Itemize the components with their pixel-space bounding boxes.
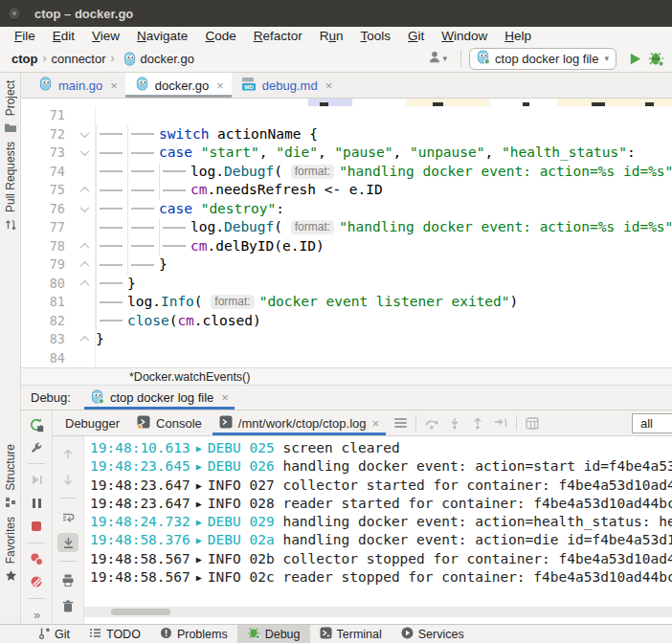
log-arrow-icon: ▶ bbox=[190, 480, 208, 491]
fold-down-icon[interactable] bbox=[80, 128, 90, 138]
fold-up-icon[interactable] bbox=[80, 280, 90, 290]
menu-item-refactor[interactable]: Refactor bbox=[245, 29, 311, 43]
menu-item-file[interactable]: File bbox=[6, 29, 44, 43]
code-line-76[interactable]: 76case "destroy": bbox=[21, 200, 672, 219]
code-line-83[interactable]: 83} bbox=[21, 330, 672, 349]
layout-icon[interactable] bbox=[522, 413, 543, 432]
gopher-run-icon bbox=[90, 389, 104, 407]
run-button[interactable] bbox=[624, 48, 645, 69]
editor-tab-label: main.go bbox=[58, 78, 102, 93]
status-item-git[interactable]: Git bbox=[29, 625, 79, 643]
tab-whitespace bbox=[96, 255, 127, 275]
menu-item-window[interactable]: Window bbox=[433, 29, 496, 43]
editor-tab-docker.go[interactable]: docker.go× bbox=[125, 73, 232, 98]
editor-tab-debug.md[interactable]: MDdebug.md× bbox=[232, 73, 340, 98]
status-item-terminal[interactable]: Terminal bbox=[310, 625, 392, 643]
step-out-icon[interactable] bbox=[467, 413, 488, 432]
code-line-73[interactable]: 73case "start", "die", "pause", "unpause… bbox=[21, 144, 672, 163]
close-icon[interactable]: × bbox=[216, 78, 224, 93]
code-line-84[interactable]: 84 bbox=[21, 349, 672, 368]
breadcrumb-package[interactable]: connector bbox=[51, 52, 105, 66]
code-line-71[interactable]: 71 bbox=[21, 106, 672, 125]
scrollbar-thumb[interactable] bbox=[111, 609, 170, 615]
code-line-78[interactable]: 78cm.delByID(e.ID) bbox=[21, 237, 672, 256]
mute-breakpoints-icon bbox=[26, 573, 47, 591]
code-token: case bbox=[159, 144, 192, 160]
code-text: case "start", "die", "pause", "unpause",… bbox=[96, 144, 672, 163]
status-item-services[interactable]: Services bbox=[392, 625, 474, 643]
breadcrumb-project[interactable]: ctop bbox=[11, 52, 37, 66]
tool-stripe-structure[interactable]: Structure bbox=[4, 444, 17, 491]
close-icon[interactable]: × bbox=[221, 390, 229, 405]
horizontal-scrollbar[interactable] bbox=[84, 607, 672, 617]
code-line-72[interactable]: 72switch actionName { bbox=[21, 125, 672, 144]
menu-icon[interactable] bbox=[390, 413, 411, 432]
fold-up-icon[interactable] bbox=[80, 187, 90, 196]
fold-column bbox=[75, 181, 96, 200]
step-into-icon[interactable] bbox=[444, 413, 465, 432]
run-configuration-label: ctop docker log file bbox=[495, 52, 598, 66]
menu-item-help[interactable]: Help bbox=[496, 29, 540, 43]
close-icon[interactable]: × bbox=[110, 78, 118, 93]
console-tab-console[interactable]: Console bbox=[128, 410, 211, 435]
tool-stripe-favorites[interactable]: Favorites bbox=[4, 517, 17, 564]
fold-column bbox=[75, 293, 96, 312]
status-item-debug[interactable]: Debug bbox=[237, 625, 310, 643]
gopher-icon bbox=[120, 48, 141, 69]
close-icon[interactable]: × bbox=[371, 416, 379, 431]
editor-tab-main.go[interactable]: main.go× bbox=[29, 73, 125, 98]
fold-down-icon[interactable] bbox=[80, 146, 90, 156]
log-timestamp: 19:48:58.567 bbox=[90, 569, 190, 585]
fold-down-icon[interactable] bbox=[80, 203, 90, 212]
breadcrumb-file[interactable]: docker.go bbox=[141, 52, 194, 66]
code-token: actionName { bbox=[209, 126, 318, 142]
code-line-79[interactable]: 79} bbox=[21, 255, 672, 275]
code-line-82[interactable]: 82close(cm.closed) bbox=[21, 312, 672, 331]
code-line-74[interactable]: 74log.Debugf( format:"handling docker ev… bbox=[21, 163, 672, 182]
stop-icon bbox=[26, 518, 47, 536]
code-text: log.Debugf( format:"handling docker even… bbox=[96, 163, 672, 182]
run-configuration-select[interactable]: ctop docker log file ▾ bbox=[469, 48, 616, 70]
status-item-todo[interactable]: TODO bbox=[79, 625, 150, 643]
debug-button[interactable] bbox=[645, 48, 666, 69]
code-line-80[interactable]: 80} bbox=[21, 275, 672, 294]
step-over-icon[interactable] bbox=[421, 413, 442, 432]
context-method-label[interactable]: *Docker.watchEvents() bbox=[129, 370, 250, 384]
tool-stripe-pull-requests[interactable]: Pull Requests bbox=[4, 142, 17, 212]
toolbar-divider bbox=[460, 50, 461, 67]
status-item-problems[interactable]: Problems bbox=[150, 625, 237, 643]
tool-stripe-project[interactable]: Project bbox=[4, 80, 17, 116]
menu-item-edit[interactable]: Edit bbox=[44, 29, 83, 43]
window-menu-icon[interactable] bbox=[8, 7, 21, 20]
close-icon[interactable]: × bbox=[325, 78, 333, 93]
tab-whitespace bbox=[159, 237, 190, 256]
menu-item-git[interactable]: Git bbox=[399, 29, 433, 43]
log-level-filter-select[interactable]: all bbox=[632, 413, 672, 433]
menu-item-code[interactable]: Code bbox=[196, 29, 244, 43]
fold-up-icon[interactable] bbox=[80, 243, 90, 253]
user-button[interactable]: ▾ bbox=[427, 50, 448, 67]
line-number: 79 bbox=[21, 255, 75, 275]
code-line-75[interactable]: 75cm.needsRefresh <- e.ID bbox=[21, 181, 672, 200]
console-tab-debugger[interactable]: Debugger bbox=[56, 410, 128, 435]
status-item-label: Debug bbox=[265, 628, 301, 641]
code-text bbox=[96, 349, 672, 368]
fold-up-icon[interactable] bbox=[80, 336, 90, 345]
menu-item-view[interactable]: View bbox=[83, 29, 128, 43]
menu-item-tools[interactable]: Tools bbox=[351, 29, 399, 43]
tab-whitespace bbox=[159, 181, 190, 200]
code-editor[interactable]: 7172switch actionName {73case "start", "… bbox=[21, 99, 672, 367]
code-line-77[interactable]: 77log.Debugf( format:"handling docker ev… bbox=[21, 218, 672, 237]
run-to-cursor-icon[interactable] bbox=[490, 413, 511, 432]
menu-item-run[interactable]: Run bbox=[311, 29, 352, 43]
code-token: "start" bbox=[201, 144, 259, 160]
menu-item-navigate[interactable]: Navigate bbox=[128, 29, 196, 43]
fold-up-icon[interactable] bbox=[80, 261, 90, 271]
log-level: DEBU 029 bbox=[208, 514, 283, 529]
code-line-81[interactable]: 81log.Info( format:"docker event listene… bbox=[21, 293, 672, 312]
debug-session-tab[interactable]: ctop docker log file × bbox=[84, 386, 235, 410]
log-arrow-icon: ▶ bbox=[190, 499, 208, 509]
fold-column bbox=[75, 275, 96, 294]
log-output[interactable]: 19:48:10.613 ▶ DEBU 025 screen cleared19… bbox=[84, 436, 672, 624]
console-tab--mnt-work-ctop-ctop-log[interactable]: /mnt/work/ctop/ctop.log× bbox=[211, 410, 388, 435]
